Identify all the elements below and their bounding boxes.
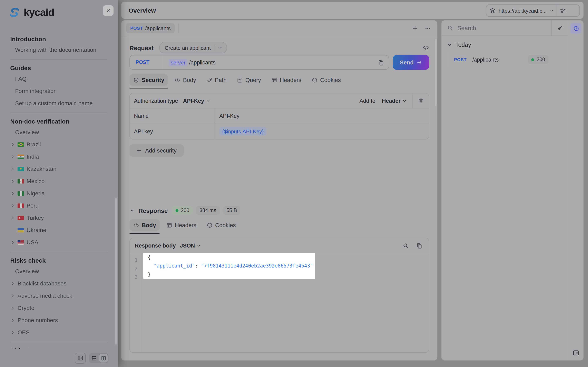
search-body-icon[interactable] — [403, 242, 409, 249]
sidebar-item-ukraine[interactable]: Ukraine — [0, 224, 118, 236]
tab-body[interactable]: Body — [171, 74, 200, 86]
format-select[interactable]: JSON — [180, 242, 201, 249]
collapse-response-icon[interactable] — [130, 208, 135, 213]
line-number-gutter: 1 2 3 — [130, 253, 141, 353]
auth-type-select[interactable]: API-Key — [183, 98, 210, 104]
sidebar-item-brazil[interactable]: Brazil — [0, 138, 118, 150]
sidebar-item-india[interactable]: India — [0, 150, 118, 163]
tab-path[interactable]: Path — [203, 74, 230, 86]
chevron-right-icon[interactable] — [10, 216, 15, 220]
sidebar-item-peru[interactable]: Peru — [0, 200, 118, 212]
status-dot — [175, 209, 178, 212]
collapse-group-icon[interactable] — [447, 42, 452, 47]
sidebar-item-qes[interactable]: QES — [0, 326, 118, 338]
tab-label: Body — [183, 77, 196, 83]
layout-columns-button[interactable] — [99, 354, 108, 362]
sidebar-item-turkey[interactable]: Turkey — [0, 212, 118, 224]
flag-kz-icon — [17, 167, 24, 171]
sidebar-item-label: Working with the documentation — [15, 47, 96, 53]
clear-history-button[interactable] — [551, 20, 568, 35]
sidebar-section-heading: Introduction — [0, 34, 118, 44]
tab-body[interactable]: Body — [130, 219, 160, 231]
sidebar-item-label: Set up a custom domain name — [15, 100, 93, 106]
tab-headers[interactable]: Headers — [163, 219, 200, 231]
auth-row-key: Name — [130, 108, 214, 124]
method-label: POST — [130, 26, 143, 31]
variable-chip[interactable]: {$inputs.API-Key} — [219, 127, 267, 136]
sidebar-item-adverse-media-check[interactable]: Adverse media check — [0, 290, 118, 302]
search-input[interactable] — [457, 24, 548, 32]
chevron-right-icon[interactable] — [10, 167, 15, 171]
sidebar-item-crypto[interactable]: Crypto — [0, 302, 118, 314]
sidebar-item-kazakhstan[interactable]: Kazakhstan — [0, 163, 118, 175]
chevron-right-icon[interactable] — [10, 330, 15, 334]
main-scrollbar[interactable] — [435, 39, 437, 106]
chevron-right-icon[interactable] — [10, 281, 15, 286]
sidebar-item-mexico[interactable]: Mexico — [0, 175, 118, 187]
server-variable-chip[interactable]: server — [169, 58, 187, 66]
sidebar-divider — [10, 113, 107, 113]
add-security-button[interactable]: Add security — [130, 144, 184, 157]
auth-row-value[interactable]: {$inputs.API-Key} — [214, 124, 429, 139]
chevron-right-icon[interactable] — [10, 203, 15, 208]
close-sidebar-button[interactable] — [103, 5, 113, 16]
copy-body-icon[interactable] — [416, 242, 422, 249]
collapse-panel-button[interactable] — [572, 349, 580, 357]
tab-menu-button[interactable] — [425, 25, 431, 31]
server-select[interactable]: https://api.kycaid.c... — [486, 4, 580, 17]
chevron-right-icon[interactable] — [10, 318, 15, 322]
chevron-right-icon[interactable] — [10, 179, 15, 183]
sidebar-item-label: USA — [26, 239, 38, 245]
sidebar-item-faq[interactable]: FAQ — [0, 73, 118, 85]
sidebar-item-blacklist-databases[interactable]: Blacklist databases — [0, 277, 118, 290]
sidebar-item-working-with-the-documentation[interactable]: Working with the documentation — [0, 44, 118, 56]
history-item[interactable]: POST /applicants 200 — [449, 52, 568, 67]
layout-rows-button[interactable] — [90, 354, 98, 362]
chevron-right-icon[interactable] — [10, 293, 15, 298]
divider — [178, 24, 179, 33]
chevron-right-icon[interactable] — [10, 191, 15, 196]
operation-pill[interactable]: Create an applicant — [159, 42, 227, 53]
server-settings-button[interactable] — [557, 5, 569, 16]
url-path[interactable]: /applicants — [189, 59, 378, 66]
sidebar-item-nigeria[interactable]: Nigeria — [0, 187, 118, 200]
code-snippet-icon[interactable] — [423, 44, 429, 51]
brand-logo[interactable]: kycaid — [8, 6, 54, 19]
sidebar-section-heading: Guides — [0, 63, 118, 73]
endpoint-tab[interactable]: POST /applicants — [126, 23, 175, 33]
sidebar-item-usa[interactable]: USA — [0, 236, 118, 248]
chevron-right-icon[interactable] — [10, 142, 15, 147]
send-button[interactable]: Send — [393, 55, 429, 70]
sidebar-item-form-integration[interactable]: Form integration — [0, 85, 118, 97]
sidebar-item-set-up-a-custom-domain-name[interactable]: Set up a custom domain name — [0, 97, 118, 109]
collapse-sidebar-button[interactable] — [75, 352, 86, 364]
auth-row: Name API-Key — [130, 108, 429, 124]
chevron-right-icon[interactable] — [10, 240, 15, 244]
sidebar-scrollbar[interactable] — [115, 198, 117, 345]
line-number: 2 — [130, 265, 141, 273]
tab-headers[interactable]: Headers — [268, 74, 305, 86]
top-bar: Overview https://api.kycaid.c... — [121, 2, 584, 19]
tab-security[interactable]: Security — [130, 74, 168, 86]
delete-auth-button[interactable] — [412, 93, 429, 108]
flag-pe-icon — [17, 203, 24, 208]
url-bar[interactable]: POST server /applicants — [130, 55, 389, 70]
response-section-label: Response — [138, 207, 168, 214]
chevron-down-icon[interactable] — [549, 8, 554, 13]
chevron-right-icon[interactable] — [10, 154, 15, 159]
copy-url-icon[interactable] — [378, 59, 384, 66]
brand-name: kycaid — [24, 7, 54, 18]
operation-menu-icon[interactable] — [214, 44, 223, 51]
history-toggle-button[interactable] — [571, 23, 581, 34]
sidebar-item-overview[interactable]: Overview — [0, 126, 118, 138]
add-tab-button[interactable] — [412, 25, 418, 31]
sidebar-item-label: India — [26, 153, 39, 160]
auth-row-value[interactable]: API-Key — [214, 108, 429, 124]
sidebar-item-phone-numbers[interactable]: Phone numbers — [0, 314, 118, 326]
sidebar-item-overview[interactable]: Overview — [0, 265, 118, 277]
chevron-right-icon[interactable] — [10, 306, 15, 310]
tab-cookies[interactable]: Cookies — [308, 74, 345, 86]
add-to-select[interactable]: Header — [382, 98, 407, 104]
tab-query[interactable]: Query — [233, 74, 265, 86]
tab-cookies[interactable]: Cookies — [203, 219, 240, 231]
